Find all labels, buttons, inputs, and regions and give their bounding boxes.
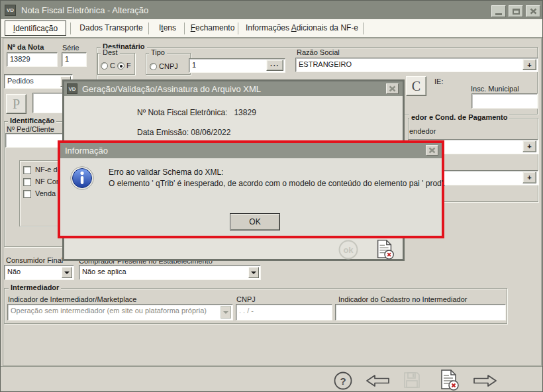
comprador-combo[interactable]: Não se aplica	[79, 265, 261, 280]
indicador-cadastro-field[interactable]	[335, 304, 506, 320]
info-dialog: Informação Erro ao validar Schema do XML…	[58, 140, 444, 238]
app-icon: VD	[5, 5, 16, 16]
tab-identificacao[interactable]: Identificação	[5, 21, 66, 36]
svg-text:ok: ok	[343, 245, 354, 255]
xml-dialog-emissao-line: Data Emissão: 08/06/2022	[137, 128, 230, 137]
ok-disabled-icon[interactable]: ok	[338, 239, 359, 262]
consumidor-combo-arrow-icon[interactable]	[62, 267, 72, 278]
add-vendedor-button[interactable]: +	[522, 140, 536, 152]
help-icon[interactable]: ?	[333, 371, 353, 392]
p-button[interactable]: P	[6, 94, 26, 114]
info-dialog-close-icon[interactable]	[426, 145, 438, 156]
tab-itens[interactable]: Itens	[151, 21, 184, 36]
destinatario-codigo-field[interactable]: 1 ···	[189, 58, 285, 73]
identificacao-group-label: Identificação	[8, 117, 56, 124]
cnpj-field[interactable]: . . / -	[236, 304, 332, 320]
information-icon	[70, 166, 95, 192]
app-window: VD Nota Fiscal Eletrônica - Alteração Id…	[0, 0, 543, 392]
indicador-combo-arrow-icon[interactable]	[221, 306, 231, 318]
xml-dialog-title: Geração/Validação/Assinatura do Arquivo …	[82, 84, 261, 94]
error-message-line1: Erro ao validar Schema do XML:	[109, 168, 223, 177]
cnpj-label: CNPJ	[236, 295, 256, 303]
xml-dialog-close-icon[interactable]	[386, 83, 399, 94]
tab-fechamento[interactable]: Fechamento	[187, 21, 238, 36]
forward-arrow-icon[interactable]	[472, 373, 499, 390]
tab-bar: Identificação Dados Transporte Itens Fec…	[1, 19, 543, 38]
nota-field[interactable]: 13829	[7, 52, 58, 67]
radio-dest-f-label: F	[126, 62, 131, 70]
tab-dados-transporte[interactable]: Dados Transporte	[74, 21, 148, 36]
checkbox-nf-complementar[interactable]	[23, 178, 31, 186]
ie-label: IE:	[434, 77, 443, 85]
ok-button[interactable]: OK	[230, 213, 280, 230]
tab-informacoes-adicionais[interactable]: Informações Adicionais da NF-e	[241, 21, 363, 36]
window-title: Nota Fiscal Eletrônica - Alteração	[21, 5, 148, 15]
consumidor-final-label: Consumidor Final	[6, 256, 63, 264]
insc-municipal-label: Insc. Municipal	[471, 85, 519, 93]
indicador-intermediador-label: Indicador de Intermediador/Marketplace	[8, 295, 136, 303]
razao-social-label: Razão Social	[297, 48, 340, 56]
add-cond-pagamento-button[interactable]: +	[522, 172, 536, 183]
indicador-intermediador-combo[interactable]: Operação sem intermediador (em site ou p…	[7, 304, 233, 320]
serie-field[interactable]: 1	[62, 52, 87, 67]
consulta-button[interactable]: C	[406, 76, 426, 96]
info-dialog-titlebar: Informação	[60, 143, 442, 158]
razao-social-field[interactable]: ESTRANGEIRO +	[295, 58, 538, 72]
info-dialog-title: Informação	[65, 146, 108, 156]
intermediador-group-label: Intermediador	[9, 283, 61, 291]
radio-tipo-cnpj[interactable]	[150, 63, 157, 70]
svg-text:?: ?	[340, 375, 346, 387]
dest-label: Dest	[101, 48, 120, 56]
error-message-line2: O elemento ' qTrib' é inesperado, de aco…	[109, 179, 445, 188]
maximize-icon[interactable]	[509, 5, 523, 17]
checkbox-venda[interactable]	[23, 190, 31, 198]
radio-dest-f[interactable]	[117, 62, 124, 70]
radio-tipo-cnpj-label: CNPJ	[159, 62, 178, 70]
radio-dest-c[interactable]	[101, 62, 108, 70]
browse-button[interactable]: ···	[266, 60, 283, 71]
vendedor-label: endedor	[409, 127, 436, 135]
xml-dialog-nota-line: Nº Nota Fiscal Eletrônica: 13829	[137, 108, 256, 117]
serie-label: Série	[62, 44, 79, 52]
window-titlebar: VD Nota Fiscal Eletrônica - Alteração	[1, 1, 542, 19]
cancel-document-icon[interactable]	[438, 369, 460, 392]
radio-dest-c-label: C	[110, 62, 115, 70]
xml-dialog-icon: VD	[67, 83, 77, 94]
consumidor-final-combo[interactable]: Não	[4, 265, 74, 280]
back-arrow-icon[interactable]	[364, 373, 391, 390]
add-razao-button[interactable]: +	[522, 59, 536, 70]
close-icon[interactable]	[526, 5, 540, 17]
insc-municipal-field[interactable]	[471, 93, 538, 109]
xml-dialog-titlebar: VD Geração/Validação/Assinatura do Arqui…	[64, 81, 403, 96]
minimize-icon[interactable]	[491, 5, 506, 17]
toolbar-divider	[1, 366, 542, 367]
nota-label: Nº da Nota	[7, 43, 44, 51]
checkbox-nfe-ajuste[interactable]	[23, 166, 31, 174]
ped-cliente-label: Nº Ped/Cliente	[7, 125, 54, 133]
tipo-label: Tipo	[149, 48, 167, 56]
vendedor-group-label: edor e Cond. de Pagamento	[409, 113, 509, 121]
indicador-cadastro-label: Indicador do Cadastro no Intermediador	[338, 295, 467, 303]
xml-cancel-document-icon[interactable]	[374, 239, 395, 262]
comprador-combo-arrow-icon[interactable]	[248, 267, 259, 278]
save-icon[interactable]	[403, 371, 421, 391]
